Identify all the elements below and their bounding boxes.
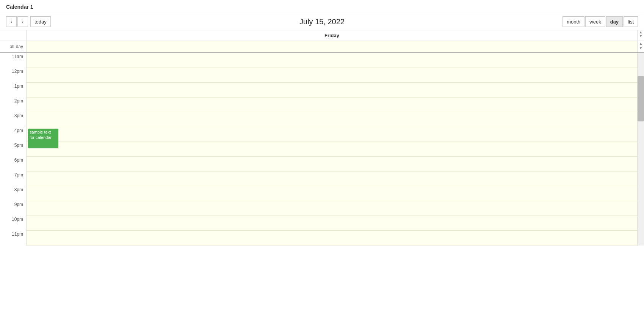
time-row-8pm[interactable]	[27, 186, 637, 201]
time-row-3pm[interactable]	[27, 112, 637, 127]
calendar-event[interactable]: sample text for calendar	[28, 129, 58, 148]
grid-scrollbar[interactable]	[637, 53, 644, 245]
time-grid-wrapper[interactable]: 11am 12pm 1pm 2pm 3pm 4pm 5pm 6pm 7pm 8p…	[0, 53, 644, 306]
time-label-8pm: 8pm	[0, 186, 27, 201]
time-row-10pm[interactable]	[27, 216, 637, 231]
scrollbar-thumb[interactable]	[638, 76, 644, 121]
date-title: July 15, 2022	[299, 17, 345, 26]
time-row-2pm[interactable]	[27, 98, 637, 112]
day-column-header: Friday	[27, 30, 637, 41]
time-label-12pm: 12pm	[0, 68, 27, 83]
allday-content[interactable]	[27, 41, 637, 52]
day-header: Friday ▲ ▼	[0, 30, 644, 41]
view-month-button[interactable]: month	[563, 16, 584, 27]
time-label-6pm: 6pm	[0, 157, 27, 172]
time-row-11am[interactable]	[27, 53, 637, 68]
time-gutter: 11am 12pm 1pm 2pm 3pm 4pm 5pm 6pm 7pm 8p…	[0, 53, 27, 245]
time-label-5pm: 5pm	[0, 142, 27, 157]
time-row-11pm[interactable]	[27, 231, 637, 245]
allday-scroll-controls: ▲ ▼	[637, 41, 644, 52]
view-day-button[interactable]: day	[606, 16, 623, 27]
today-button[interactable]: today	[30, 16, 51, 27]
calendar-container: Friday ▲ ▼ all-day ▲ ▼ 11am 12pm 1pm 2pm…	[0, 30, 644, 306]
time-label-11pm: 11pm	[0, 231, 27, 245]
view-buttons: month week day list	[563, 16, 638, 27]
time-label-4pm: 4pm	[0, 127, 27, 142]
time-row-6pm[interactable]	[27, 157, 637, 172]
toolbar: ‹ › today July 15, 2022 month week day l…	[0, 13, 644, 30]
nav-buttons: ‹ › today	[6, 16, 51, 27]
time-label-11am: 11am	[0, 53, 27, 68]
view-list-button[interactable]: list	[624, 16, 638, 27]
time-label-3pm: 3pm	[0, 112, 27, 127]
time-row-12pm[interactable]	[27, 68, 637, 83]
allday-scroll-up-icon[interactable]: ▲	[639, 42, 643, 46]
time-row-7pm[interactable]	[27, 172, 637, 186]
allday-label: all-day	[0, 41, 27, 52]
day-grid[interactable]: sample text for calendar	[27, 53, 637, 245]
time-label-10pm: 10pm	[0, 216, 27, 231]
time-label-9pm: 9pm	[0, 201, 27, 216]
time-label-1pm: 1pm	[0, 83, 27, 98]
prev-button[interactable]: ‹	[6, 16, 17, 27]
time-label-2pm: 2pm	[0, 98, 27, 112]
scroll-down-icon[interactable]: ▼	[639, 34, 643, 38]
time-row-4pm[interactable]	[27, 127, 637, 142]
view-week-button[interactable]: week	[585, 16, 605, 27]
time-row-5pm[interactable]	[27, 142, 637, 157]
next-button[interactable]: ›	[17, 16, 28, 27]
app-title: Calendar 1	[0, 0, 644, 13]
header-scroll-controls: ▲ ▼	[637, 30, 644, 41]
allday-row: all-day ▲ ▼	[0, 41, 644, 53]
time-row-9pm[interactable]	[27, 201, 637, 216]
time-grid: 11am 12pm 1pm 2pm 3pm 4pm 5pm 6pm 7pm 8p…	[0, 53, 644, 245]
allday-scroll-down-icon[interactable]: ▼	[639, 46, 643, 50]
time-label-7pm: 7pm	[0, 172, 27, 186]
time-row-1pm[interactable]	[27, 83, 637, 98]
time-gutter-header	[0, 30, 27, 41]
